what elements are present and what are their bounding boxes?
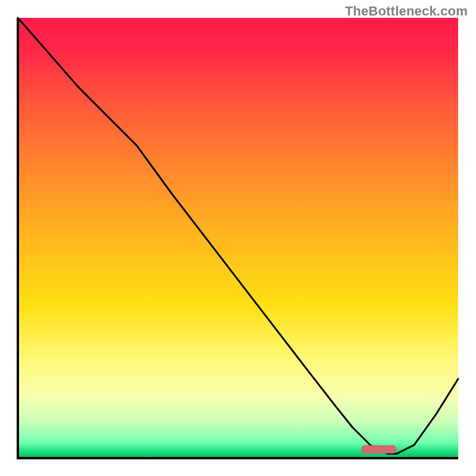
plot-background xyxy=(18,18,458,458)
bottleneck-chart xyxy=(0,0,476,476)
optimal-range-marker xyxy=(361,445,396,453)
chart-container: TheBottleneck.com xyxy=(0,0,476,476)
